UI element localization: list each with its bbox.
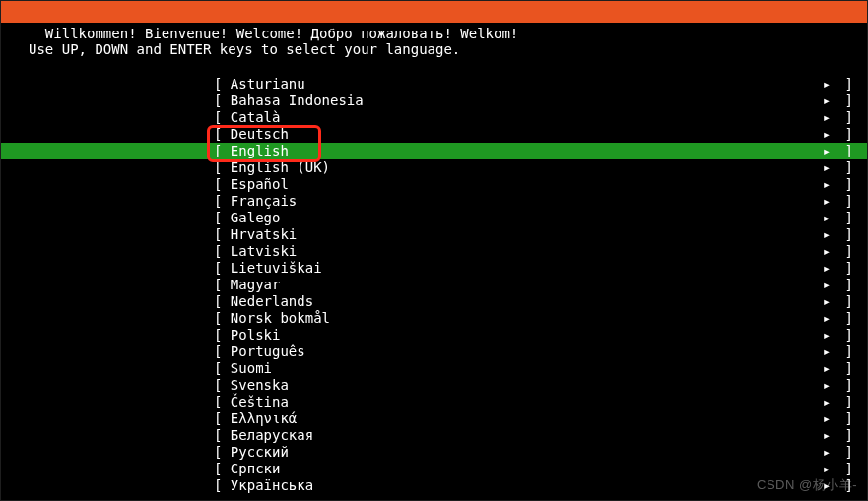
bracket-close: ] (836, 260, 867, 277)
chevron-right-icon: ▸ (817, 159, 836, 176)
bracket-open: [ (214, 394, 231, 410)
chevron-right-icon: ▸ (817, 461, 836, 477)
language-label: English (UK) (231, 159, 330, 176)
language-label: Українська (231, 477, 313, 494)
language-option[interactable]: [ Nederlands▸ ] (1, 293, 867, 310)
language-option[interactable]: [ Asturianu▸ ] (1, 76, 867, 93)
language-label: Svenska (231, 377, 289, 394)
language-option[interactable]: [ Svenska▸ ] (1, 377, 867, 394)
bracket-close: ] (836, 310, 867, 327)
chevron-right-icon: ▸ (817, 277, 836, 293)
chevron-right-icon: ▸ (817, 176, 836, 193)
bracket-open: [ (214, 260, 231, 277)
language-label: Bahasa Indonesia (231, 93, 364, 109)
chevron-right-icon: ▸ (817, 360, 836, 377)
chevron-right-icon: ▸ (817, 410, 836, 427)
language-option[interactable]: [ Русский▸ ] (1, 444, 867, 461)
bracket-close: ] (836, 159, 867, 176)
bracket-open: [ (214, 461, 231, 477)
language-label: Català (231, 109, 281, 126)
language-option[interactable]: [ Català▸ ] (1, 109, 867, 126)
language-option[interactable]: [ Português▸ ] (1, 344, 867, 360)
chevron-right-icon: ▸ (817, 427, 836, 444)
language-label: Latviski (231, 243, 297, 260)
bracket-close: ] (836, 394, 867, 410)
language-option[interactable]: [ Ελληνικά▸ ] (1, 410, 867, 427)
chevron-right-icon: ▸ (817, 394, 836, 410)
language-label: Русский (231, 444, 289, 461)
language-option[interactable]: [ Galego▸ ] (1, 210, 867, 226)
bracket-close: ] (836, 243, 867, 260)
bracket-open: [ (214, 477, 231, 494)
language-option[interactable]: [ Беларуская▸ ] (1, 427, 867, 444)
language-option[interactable]: [ Magyar▸ ] (1, 277, 867, 293)
chevron-right-icon: ▸ (817, 226, 836, 243)
bracket-open: [ (214, 143, 231, 159)
language-option[interactable]: [ Norsk bokmål▸ ] (1, 310, 867, 327)
bracket-close: ] (836, 277, 867, 293)
bracket-open: [ (214, 410, 231, 427)
language-option[interactable]: [ Polski▸ ] (1, 327, 867, 344)
language-label: Suomi (231, 360, 272, 377)
language-label: Français (231, 193, 297, 210)
language-option[interactable]: [ Suomi▸ ] (1, 360, 867, 377)
bracket-close: ] (836, 226, 867, 243)
installer-header: Willkommen! Bienvenue! Welcome! Добро по… (1, 1, 867, 23)
bracket-close: ] (836, 210, 867, 226)
language-option[interactable]: [ Latviski▸ ] (1, 243, 867, 260)
bracket-open: [ (214, 193, 231, 210)
language-option[interactable]: [ Hrvatski▸ ] (1, 226, 867, 243)
chevron-right-icon: ▸ (817, 193, 836, 210)
bracket-close: ] (836, 377, 867, 394)
bracket-close: ] (836, 410, 867, 427)
bracket-close: ] (836, 93, 867, 109)
chevron-right-icon: ▸ (817, 76, 836, 93)
watermark-text: CSDN @杨小羊- (757, 476, 857, 494)
language-option[interactable]: [ Lietuviškai▸ ] (1, 260, 867, 277)
language-label: Español (231, 176, 289, 193)
bracket-close: ] (836, 327, 867, 344)
bracket-open: [ (214, 93, 231, 109)
language-option[interactable]: [ Српски▸ ] (1, 461, 867, 477)
chevron-right-icon: ▸ (817, 377, 836, 394)
language-label: Asturianu (231, 76, 305, 93)
chevron-right-icon: ▸ (817, 293, 836, 310)
chevron-right-icon: ▸ (817, 126, 836, 143)
chevron-right-icon: ▸ (817, 327, 836, 344)
language-list[interactable]: [ Asturianu▸ ][ Bahasa Indonesia▸ ][ Cat… (1, 76, 867, 494)
language-label: Magyar (231, 277, 281, 293)
language-label: Српски (231, 461, 281, 477)
bracket-close: ] (836, 360, 867, 377)
language-option[interactable]: [ Українська▸ ] (1, 477, 867, 494)
language-label: Polski (231, 327, 281, 344)
language-label: Deutsch (231, 126, 289, 143)
instruction-text: Use UP, DOWN and ENTER keys to select yo… (1, 38, 867, 60)
language-option[interactable]: [ Français▸ ] (1, 193, 867, 210)
bracket-open: [ (214, 159, 231, 176)
language-option[interactable]: [ English (UK)▸ ] (1, 159, 867, 176)
chevron-right-icon: ▸ (817, 93, 836, 109)
language-label: Nederlands (231, 293, 313, 310)
bracket-close: ] (836, 176, 867, 193)
language-option[interactable]: [ Deutsch▸ ] (1, 126, 867, 143)
bracket-open: [ (214, 243, 231, 260)
bracket-close: ] (836, 427, 867, 444)
bracket-open: [ (214, 210, 231, 226)
bracket-open: [ (214, 344, 231, 360)
bracket-open: [ (214, 377, 231, 394)
language-label: Lietuviškai (231, 260, 322, 277)
chevron-right-icon: ▸ (817, 143, 836, 159)
chevron-right-icon: ▸ (817, 109, 836, 126)
language-option[interactable]: [ Español▸ ] (1, 176, 867, 193)
language-label: Čeština (231, 394, 289, 410)
language-option[interactable]: [ Bahasa Indonesia▸ ] (1, 93, 867, 109)
language-label: English (231, 143, 289, 159)
language-option[interactable]: [ Čeština▸ ] (1, 394, 867, 410)
bracket-close: ] (836, 344, 867, 360)
bracket-close: ] (836, 461, 867, 477)
language-label: Hrvatski (231, 226, 297, 243)
language-option[interactable]: [ English▸ ] (1, 143, 867, 159)
language-label: Ελληνικά (231, 410, 297, 427)
bracket-open: [ (214, 360, 231, 377)
bracket-open: [ (214, 126, 231, 143)
